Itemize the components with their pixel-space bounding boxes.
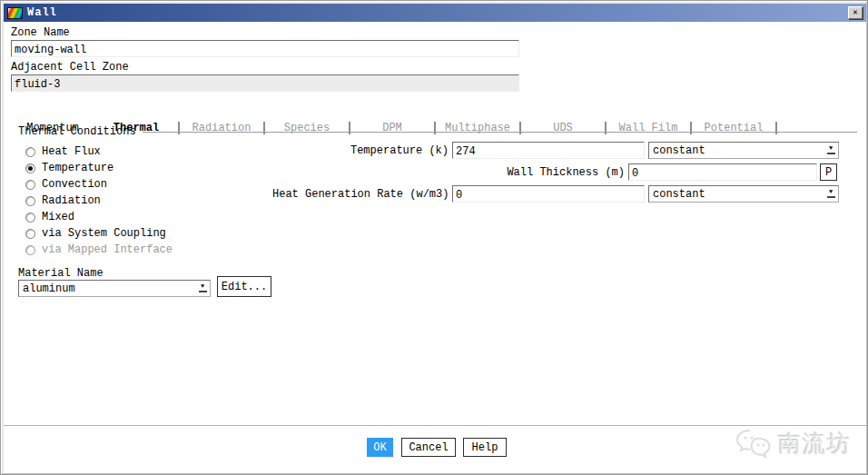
radio-convection[interactable]: Convection	[25, 178, 107, 191]
temperature-profile-dropdown[interactable]: constant ▼	[648, 142, 839, 159]
heat-generation-rate-input[interactable]	[452, 185, 645, 203]
dialog-content: Zone Name Adjacent Cell Zone Momentum Th…	[4, 22, 866, 473]
titlebar[interactable]: Wall ✕	[4, 4, 866, 22]
radio-label: Heat Flux	[42, 145, 101, 158]
edit-material-button[interactable]: Edit...	[217, 276, 271, 297]
radio-label: Temperature	[42, 162, 113, 174]
radio-circle-icon	[25, 147, 35, 157]
zone-name-input[interactable]	[11, 40, 519, 57]
radio-temperature[interactable]: Temperature	[25, 162, 113, 174]
radio-radiation[interactable]: Radiation	[25, 194, 101, 207]
radio-heat-flux[interactable]: Heat Flux	[25, 145, 101, 158]
wall-thickness-label: Wall Thickness (m)	[452, 166, 625, 179]
chevron-down-icon: ▼	[195, 283, 210, 293]
thermal-conditions-group-label: Thermal Conditions	[18, 125, 136, 138]
close-button[interactable]: ✕	[848, 6, 863, 19]
radio-circle-icon	[25, 180, 35, 190]
radio-via-system-coupling[interactable]: via System Coupling	[25, 227, 166, 240]
radio-mixed[interactable]: Mixed	[25, 211, 74, 223]
radio-via-mapped-interface: via Mapped Interface	[25, 243, 173, 256]
material-name-dropdown[interactable]: aluminum ▼	[18, 280, 211, 297]
radio-circle-icon	[25, 245, 35, 255]
radio-label: Radiation	[42, 194, 101, 207]
cancel-button[interactable]: Cancel	[401, 438, 456, 457]
watermark: 南流坊	[735, 428, 852, 459]
wall-thickness-input[interactable]	[628, 163, 817, 181]
ok-button[interactable]: OK	[367, 438, 393, 457]
chevron-down-icon: ▼	[824, 145, 838, 155]
dropdown-value: aluminum	[23, 282, 195, 295]
temperature-input[interactable]	[452, 142, 645, 159]
temperature-label: Temperature (k)	[276, 144, 449, 157]
dropdown-value: constant	[653, 144, 824, 157]
adjacent-cell-zone-input	[11, 74, 519, 92]
window-title: Wall	[27, 6, 57, 19]
wall-thickness-profile-button[interactable]: P	[820, 163, 837, 181]
footer-divider	[4, 425, 866, 427]
radio-label: Convection	[42, 178, 107, 191]
dropdown-value: constant	[653, 188, 824, 201]
radio-circle-selected-icon	[25, 163, 35, 173]
group-divider	[143, 132, 857, 133]
heat-generation-profile-dropdown[interactable]: constant ▼	[648, 185, 839, 203]
radio-label: via Mapped Interface	[42, 243, 173, 256]
close-icon: ✕	[853, 9, 857, 17]
chevron-down-icon: ▼	[824, 189, 838, 199]
radio-circle-icon	[25, 213, 35, 223]
help-button[interactable]: Help	[463, 438, 507, 457]
fluent-app-icon	[7, 7, 23, 19]
radio-circle-icon	[25, 229, 35, 239]
radio-circle-icon	[25, 196, 35, 206]
wall-dialog-window: Wall ✕ Zone Name Adjacent Cell Zone Mome…	[0, 0, 868, 475]
watermark-text: 南流坊	[778, 429, 852, 459]
zone-name-label: Zone Name	[11, 26, 70, 39]
heat-generation-rate-label: Heat Generation Rate (w/m3)	[272, 188, 449, 201]
radio-label: via System Coupling	[42, 227, 166, 240]
radio-label: Mixed	[42, 211, 74, 223]
adjacent-cell-zone-label: Adjacent Cell Zone	[11, 61, 129, 74]
wechat-bubbles-icon	[735, 428, 773, 459]
material-name-label: Material Name	[18, 267, 104, 280]
